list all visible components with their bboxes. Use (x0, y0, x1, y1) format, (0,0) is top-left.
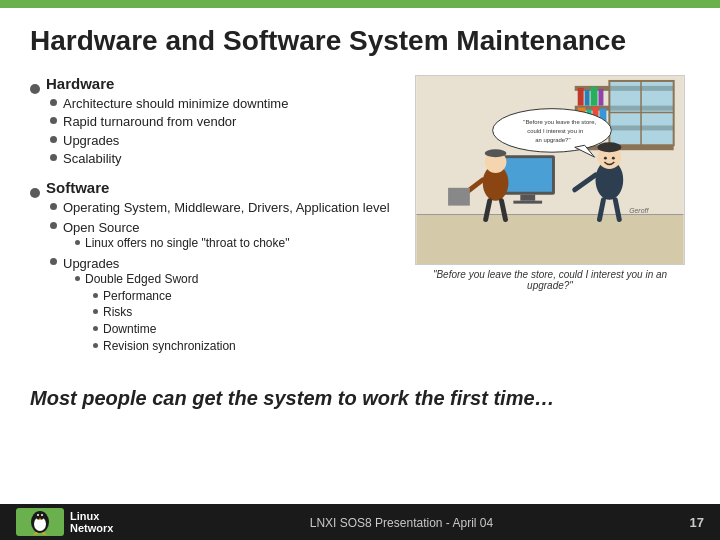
footer-center-text: LNXI SOS8 Presentation - April 04 (310, 516, 493, 530)
svg-text:could I interest you in: could I interest you in (527, 128, 583, 134)
tiny-bullet (93, 343, 98, 348)
software-item-1: Operating System, Middleware, Drivers, A… (63, 199, 390, 217)
logo-line1: Linux (70, 510, 113, 522)
sub-bullet (50, 136, 57, 143)
upgrades-item-3: Downtime (103, 322, 156, 338)
list-item: Rapid turnaround from vendor (50, 113, 400, 131)
logo-text-block: Linux Networx (70, 510, 113, 534)
svg-point-26 (597, 142, 621, 152)
sub-bullet (50, 222, 57, 229)
list-item: Architecture should minimize downtime (50, 95, 400, 113)
hardware-section: Hardware Architecture should minimize do… (30, 75, 400, 169)
bullet-dot-software (30, 188, 40, 198)
svg-rect-36 (448, 188, 470, 206)
list-item: Downtime (93, 322, 236, 338)
svg-text:Geroff: Geroff (629, 206, 649, 213)
svg-rect-6 (578, 88, 584, 106)
cartoon-svg: "Before you leave the store, could I int… (416, 76, 684, 264)
sub-bullet (50, 154, 57, 161)
slide-title: Hardware and Software System Maintenance (30, 26, 690, 57)
software-section: Software Operating System, Middleware, D… (30, 179, 400, 356)
footer-page-number: 17 (690, 515, 704, 530)
hardware-item-1: Architecture should minimize downtime (63, 95, 288, 113)
svg-rect-21 (503, 158, 551, 192)
list-item: Operating System, Middleware, Drivers, A… (50, 199, 400, 217)
list-item: Upgrades Double Edged Sword (50, 254, 400, 356)
bullet-dot-hardware (30, 84, 40, 94)
list-item: Upgrades (50, 132, 400, 150)
sub-bullet (50, 203, 57, 210)
svg-rect-23 (513, 200, 542, 203)
list-item: Performance (93, 289, 236, 305)
logo-box (16, 508, 64, 536)
tiny-bullet (75, 276, 80, 281)
list-item: Revision synchronization (93, 339, 236, 355)
sub-bullet (50, 117, 57, 124)
top-bar (0, 0, 720, 8)
cartoon-image: "Before you leave the store, could I int… (415, 75, 685, 265)
left-column: Hardware Architecture should minimize do… (30, 75, 400, 366)
bottom-quote-section: Most people can get the system to work t… (0, 376, 720, 414)
upgrades-sub: Double Edged Sword Performance (63, 272, 236, 354)
tiny-bullet (75, 240, 80, 245)
upgrades-label: Upgrades (63, 256, 119, 271)
hardware-bullet (30, 75, 46, 169)
list-item: Double Edged Sword (75, 272, 236, 288)
svg-rect-9 (598, 89, 603, 106)
svg-point-31 (612, 156, 615, 159)
slide-content: Hardware and Software System Maintenance… (0, 8, 720, 376)
svg-rect-8 (591, 87, 598, 106)
list-item: Linux offers no single "throat to choke" (75, 236, 289, 252)
hardware-item-2: Rapid turnaround from vendor (63, 113, 236, 131)
sub-bullet (50, 99, 57, 106)
hardware-title: Hardware (46, 75, 400, 92)
svg-rect-22 (520, 195, 535, 201)
svg-point-34 (485, 149, 507, 157)
upgrades-inner-list: Performance Risks Downtime (75, 289, 236, 354)
upgrades-item-4: Revision synchronization (103, 339, 236, 355)
cartoon-caption: "Before you leave the store, could I int… (410, 269, 690, 291)
tiny-bullet (93, 293, 98, 298)
open-source-note: Linux offers no single "throat to choke" (85, 236, 289, 252)
main-body: Hardware Architecture should minimize do… (30, 75, 690, 366)
tiny-bullet (93, 309, 98, 314)
list-item: Scalability (50, 150, 400, 168)
svg-point-30 (604, 156, 607, 159)
tiny-bullet (93, 326, 98, 331)
footer-center: LNXI SOS8 Presentation - April 04 (113, 513, 689, 531)
footer-logo: Linux Networx (16, 508, 113, 536)
svg-point-50 (41, 514, 43, 516)
sub-bullet (50, 258, 57, 265)
logo-line2: Networx (70, 522, 113, 534)
software-list: Operating System, Middleware, Drivers, A… (46, 199, 400, 355)
hardware-item-4: Scalability (63, 150, 122, 168)
upgrades-sub-label: Double Edged Sword (85, 272, 198, 288)
list-item: Risks (93, 305, 236, 321)
list-item: Open Source Linux offers no single "thro… (50, 218, 400, 253)
software-item-2: Open Source (63, 220, 140, 235)
svg-point-49 (37, 514, 39, 516)
linux-networx-logo-svg (18, 509, 62, 535)
svg-rect-7 (585, 90, 590, 106)
svg-text:"Before you leave the store,: "Before you leave the store, (523, 119, 596, 125)
open-source-sub: Linux offers no single "throat to choke" (63, 236, 289, 252)
software-title: Software (46, 179, 400, 196)
right-column: "Before you leave the store, could I int… (410, 75, 690, 366)
hardware-content: Hardware Architecture should minimize do… (46, 75, 400, 169)
bottom-quote-text: Most people can get the system to work t… (30, 386, 690, 410)
svg-text:an upgrade?": an upgrade?" (535, 137, 570, 143)
hardware-list: Architecture should minimize downtime Ra… (46, 95, 400, 168)
software-bullet (30, 179, 46, 356)
footer: Linux Networx LNXI SOS8 Presentation - A… (0, 504, 720, 540)
upgrades-item-2: Risks (103, 305, 132, 321)
software-content: Software Operating System, Middleware, D… (46, 179, 400, 356)
hardware-item-3: Upgrades (63, 132, 119, 150)
svg-rect-18 (416, 214, 683, 263)
upgrades-item-1: Performance (103, 289, 172, 305)
